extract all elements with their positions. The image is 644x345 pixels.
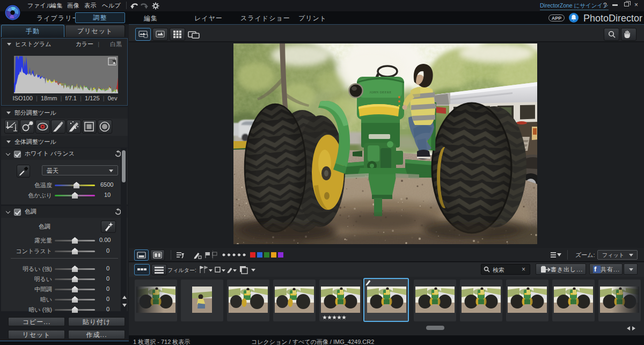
svg-text:JOHN DEERE: JOHN DEERE: [369, 91, 391, 94]
